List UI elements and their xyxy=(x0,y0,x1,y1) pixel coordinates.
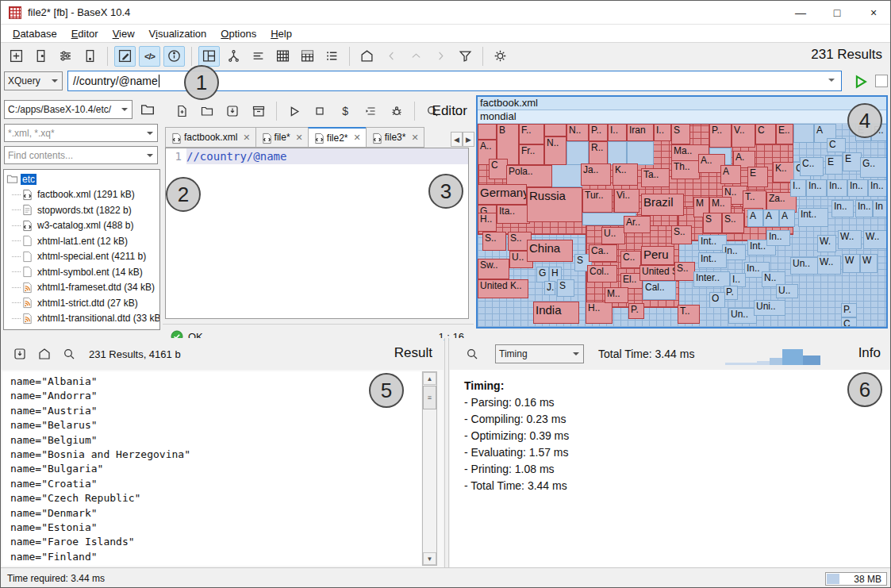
menu-item-help[interactable]: Help xyxy=(263,26,299,41)
treemap-cell-in[interactable]: In xyxy=(873,200,886,217)
up-button[interactable] xyxy=(405,46,427,67)
treemap-cell-china[interactable]: China xyxy=(527,240,573,262)
result-search-button[interactable] xyxy=(58,344,79,364)
query-mode-select[interactable]: XQuery xyxy=(4,71,63,90)
treemap-cell[interactable] xyxy=(551,163,582,187)
run-query-button[interactable] xyxy=(851,73,870,90)
tree-item-file[interactable]: stopwords.txt (1822 b) xyxy=(4,202,159,218)
treemap-cell-o[interactable]: O xyxy=(709,292,725,308)
info-search-button[interactable] xyxy=(461,344,482,364)
treemap-cell-v[interactable]: V.. xyxy=(732,124,755,148)
treemap-cell-w[interactable]: W.. xyxy=(838,230,862,249)
history-button[interactable] xyxy=(248,101,269,121)
treemap-cell-in[interactable]: In.. xyxy=(847,179,868,197)
treemap-cell[interactable] xyxy=(608,141,627,165)
format-button[interactable] xyxy=(360,101,381,121)
treemap-cell[interactable] xyxy=(627,141,654,165)
treemap-cell-w[interactable]: W.. xyxy=(817,256,841,275)
new-database-button[interactable] xyxy=(6,46,27,67)
treemap-cell-s[interactable]: S.. xyxy=(722,213,744,233)
info-view-button[interactable] xyxy=(163,46,185,67)
treemap-cell-s[interactable]: S.. xyxy=(674,262,695,281)
maximize-button[interactable]: □ xyxy=(819,1,855,25)
tree-item-file[interactable]: w3-catalog.xml (488 b) xyxy=(4,218,159,234)
database-properties-button[interactable] xyxy=(55,46,76,67)
result-output[interactable]: name="Albania" name="Andorra" name="Aust… xyxy=(2,371,421,566)
browse-folder-button[interactable] xyxy=(137,101,158,118)
treemap-cell-ita[interactable]: Ita.. xyxy=(497,205,530,224)
treemap-cell-unitedk[interactable]: United K.. xyxy=(478,279,528,298)
result-home-button[interactable] xyxy=(33,344,55,364)
code-view-button[interactable]: </> xyxy=(139,46,160,67)
treemap-cell-h[interactable]: H.. xyxy=(478,213,497,232)
treemap-cell-int[interactable]: Int.. xyxy=(798,208,828,227)
code-editor[interactable]: 1 //country/@name xyxy=(165,148,469,319)
map-view-button[interactable] xyxy=(272,46,294,67)
treemap-cell-n[interactable]: N.. xyxy=(566,124,589,141)
treemap-cell-s[interactable]: S xyxy=(671,124,690,144)
minimize-button[interactable]: — xyxy=(782,1,819,25)
treemap-cell-in[interactable]: In.. xyxy=(855,200,873,217)
treemap-cell-a[interactable]: A xyxy=(779,209,795,227)
close-tab-icon[interactable]: ✕ xyxy=(411,133,418,143)
treemap-cell-in[interactable]: In.. xyxy=(827,179,847,197)
editor-tab-file2[interactable]: file2*✕ xyxy=(308,127,366,148)
tree-item-file[interactable]: xhtml1-transitional.dtd (33 kB) xyxy=(4,311,159,327)
treemap-cell-u[interactable]: U.. xyxy=(776,284,798,298)
tree-item-file[interactable]: xhtml-symbol.ent (14 kB) xyxy=(4,264,159,280)
list-view-button[interactable] xyxy=(321,46,343,67)
treemap-cell-uni[interactable]: Uni.. xyxy=(754,300,785,316)
treemap-panel[interactable]: factbook.xml mondial A..BF..Fr..N..N..P.… xyxy=(476,95,888,329)
tab-scroll-left-button[interactable]: ◀ xyxy=(451,132,463,147)
treemap-cell-g[interactable]: G.. xyxy=(860,157,886,178)
home-button[interactable] xyxy=(356,46,378,67)
treemap-cell-j[interactable]: J. xyxy=(544,281,555,295)
menu-item-view[interactable]: View xyxy=(106,26,142,41)
close-tab-icon[interactable]: ✕ xyxy=(296,133,303,143)
editor-view-button[interactable] xyxy=(114,46,136,67)
treemap-cell-ar[interactable]: Ar.. xyxy=(624,216,651,233)
forward-button[interactable] xyxy=(430,46,451,67)
back-button[interactable] xyxy=(381,46,402,67)
treemap-cell-p[interactable]: P.. xyxy=(589,124,608,141)
treemap-cell-h[interactable]: H.. xyxy=(586,302,613,324)
preferences-button[interactable] xyxy=(490,46,511,67)
treemap-cell-s[interactable]: S.. xyxy=(671,225,692,244)
treemap-cell[interactable] xyxy=(544,124,566,136)
treemap-doc-label[interactable]: factbook.xml xyxy=(478,97,886,110)
close-tab-icon[interactable]: ✕ xyxy=(243,133,250,143)
treemap-cell-ca[interactable]: Ca.. xyxy=(589,244,617,262)
treemap-cell-inter[interactable]: Inter.. xyxy=(693,271,730,287)
tree-item-root[interactable]: etc xyxy=(4,171,159,187)
treemap-cell-p[interactable]: P. xyxy=(841,303,857,317)
treemap-cell-e[interactable]: E.. xyxy=(776,124,793,144)
treemap-cell-t[interactable]: T.. xyxy=(678,305,700,324)
treemap-cell[interactable] xyxy=(793,124,814,143)
treemap-cell-tur[interactable]: Tur.. xyxy=(582,189,613,213)
treemap-cell-k[interactable]: K.. xyxy=(613,163,638,186)
tree-item-file[interactable]: factbook.xml (1291 kB) xyxy=(4,187,159,203)
table-view-button[interactable] xyxy=(297,46,318,67)
filter-button[interactable] xyxy=(455,46,476,67)
open-file-button[interactable] xyxy=(197,101,217,121)
treemap-cell-s[interactable]: S xyxy=(557,279,574,297)
new-file-button[interactable] xyxy=(171,101,192,121)
treemap-cell-w[interactable]: W.. xyxy=(863,230,886,249)
treemap-cell-a[interactable]: A xyxy=(747,209,763,227)
stop-button[interactable] xyxy=(309,101,330,121)
treemap-cell-f[interactable]: F.. xyxy=(519,124,544,144)
menu-item-editor[interactable]: Editor xyxy=(64,26,106,41)
treemap-cell-n[interactable]: N.. xyxy=(544,136,566,165)
treemap-cell-peru[interactable]: Peru xyxy=(641,246,674,265)
close-button[interactable]: × xyxy=(855,1,891,25)
treemap-cell-int[interactable]: Int.. xyxy=(698,252,727,268)
treemap-cell-cal[interactable]: Cal.. xyxy=(643,281,676,300)
treemap-cell-c[interactable]: C xyxy=(841,317,857,327)
scrollbar-thumb[interactable]: ≡ xyxy=(423,386,436,409)
treemap-cell-vi[interactable]: Vi.. xyxy=(614,189,639,213)
treemap-cell-w[interactable]: W xyxy=(843,254,860,273)
treemap-canvas[interactable]: A..BF..Fr..N..N..P..R..I..IranI..SMa..P.… xyxy=(478,124,886,327)
treemap-cell-in[interactable]: In.. xyxy=(831,200,854,217)
treemap-cell-e[interactable]: E xyxy=(843,152,862,171)
treemap-cell-i[interactable]: I.. xyxy=(654,124,671,141)
